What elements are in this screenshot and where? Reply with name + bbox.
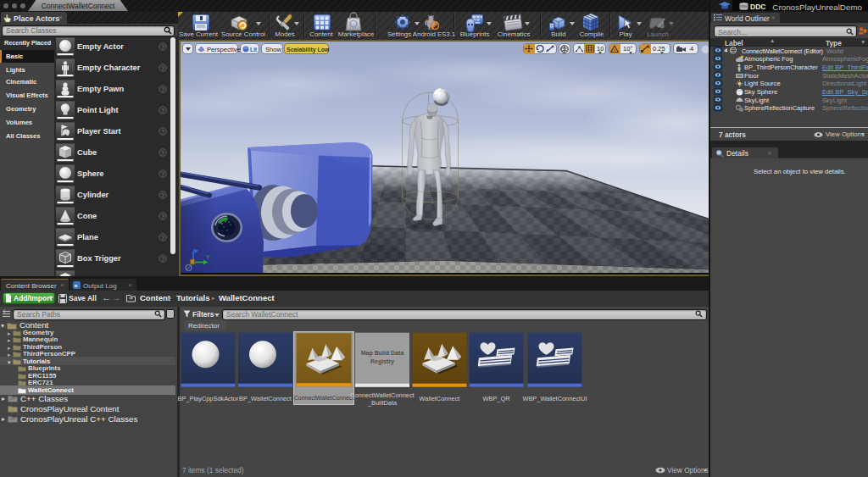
svg-text:Y: Y	[206, 254, 210, 260]
svg-text:?: ?	[161, 86, 164, 92]
svg-text:Registry: Registry	[370, 358, 394, 365]
svg-text:?: ?	[161, 108, 164, 114]
svg-text:?: ?	[161, 256, 164, 262]
svg-text:?: ?	[161, 44, 164, 50]
svg-text:?: ?	[161, 214, 164, 219]
svg-text:?: ?	[161, 192, 164, 198]
svg-text:?: ?	[161, 171, 164, 177]
svg-text:Map Build Data: Map Build Data	[361, 350, 404, 357]
svg-text:?: ?	[161, 65, 164, 71]
svg-text:es2: es2	[426, 19, 432, 23]
svg-text:?: ?	[161, 235, 164, 241]
svg-text:?: ?	[161, 129, 164, 135]
svg-text:?: ?	[161, 150, 164, 156]
